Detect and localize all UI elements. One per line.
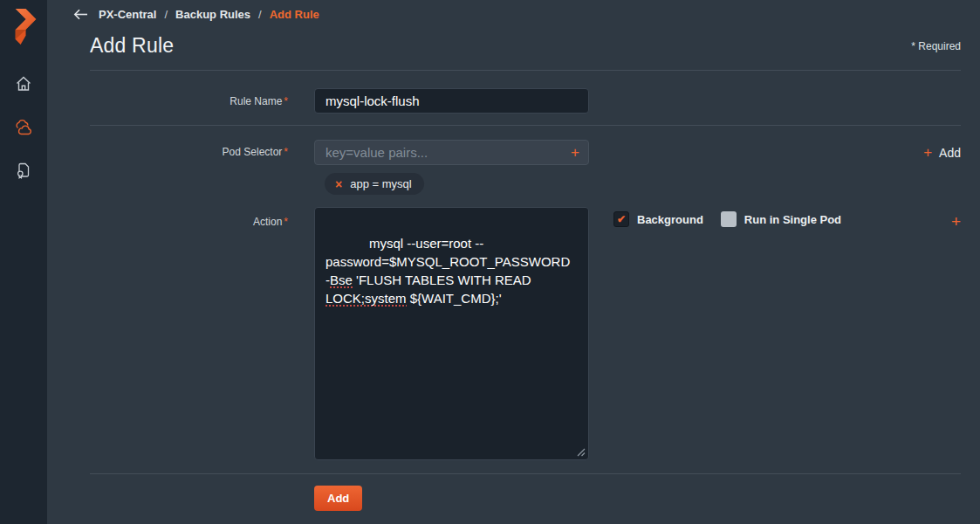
action-row: Action* mysql --user=root --password=$MY… [90,195,961,460]
sidebar-item-licenses[interactable] [14,160,33,179]
back-arrow-icon[interactable] [73,9,88,20]
sidebar-item-cloud-backups[interactable] [14,117,33,136]
single-pod-checkbox-item[interactable]: Run in Single Pod [721,211,841,227]
add-action-icon[interactable]: + [951,213,961,230]
app-root: PX-Central / Backup Rules / Add Rule Add… [0,0,980,524]
home-icon [15,75,32,93]
rule-name-input[interactable] [314,88,589,114]
pod-selector-label: Pod Selector* [90,140,314,165]
pod-selector-input[interactable] [314,140,589,165]
action-label: Action* [90,216,314,228]
page-header: Add Rule * Required [90,21,961,71]
chip-label: app = mysql [350,177,411,190]
action-text: mysql --user=root --password=$MYSQL_ROOT… [326,236,573,307]
page-title: Add Rule [90,34,174,58]
action-textarea[interactable]: mysql --user=root --password=$MYSQL_ROOT… [314,207,589,460]
add-selector-button[interactable]: + Add [923,145,961,160]
clouds-icon [14,119,33,135]
breadcrumb: PX-Central / Backup Rules / Add Rule [47,0,980,21]
pod-selector-chip: × app = mysql [325,173,424,195]
add-rule-form: Add Rule * Required Rule Name* Pod Selec… [90,21,961,511]
required-asterisk: * [284,146,288,158]
breadcrumb-add-rule: Add Rule [270,8,319,21]
breadcrumb-separator: / [258,8,262,21]
resize-grip-icon[interactable] [577,448,586,457]
pod-selector-row: Pod Selector* + × app = mysql + Add [90,126,961,195]
remove-chip-icon[interactable]: × [335,178,342,190]
rule-name-row: Rule Name* [90,71,961,126]
add-selector-label: Add [939,146,961,160]
add-pair-icon[interactable]: + [571,144,579,159]
background-checkbox-item[interactable]: ✔ Background [613,211,703,227]
submit-add-button[interactable]: Add [314,486,362,511]
main-content: PX-Central / Backup Rules / Add Rule Add… [47,0,980,524]
breadcrumb-separator: / [164,8,168,21]
required-asterisk: * [284,95,288,107]
form-footer: Add [90,473,961,511]
sidebar-nav [14,74,33,179]
sidebar-item-home[interactable] [14,74,33,93]
run-in-single-pod-checkbox[interactable] [721,211,737,227]
portworx-logo-icon [9,6,38,47]
portworx-logo[interactable] [9,6,38,47]
breadcrumb-px-central[interactable]: PX-Central [99,8,156,21]
pod-selector-field: + [314,140,589,165]
rule-name-label: Rule Name* [90,95,314,107]
required-asterisk: * [284,216,288,228]
single-pod-checkbox-label: Run in Single Pod [744,213,841,226]
sidebar [0,0,47,524]
license-document-icon [15,161,32,179]
required-note: * Required [911,40,961,52]
breadcrumb-backup-rules[interactable]: Backup Rules [175,8,250,21]
add-icon: + [923,145,932,160]
action-options: ✔ Background Run in Single Pod [613,211,841,227]
background-checkbox[interactable]: ✔ [613,211,629,227]
background-checkbox-label: Background [637,213,703,226]
